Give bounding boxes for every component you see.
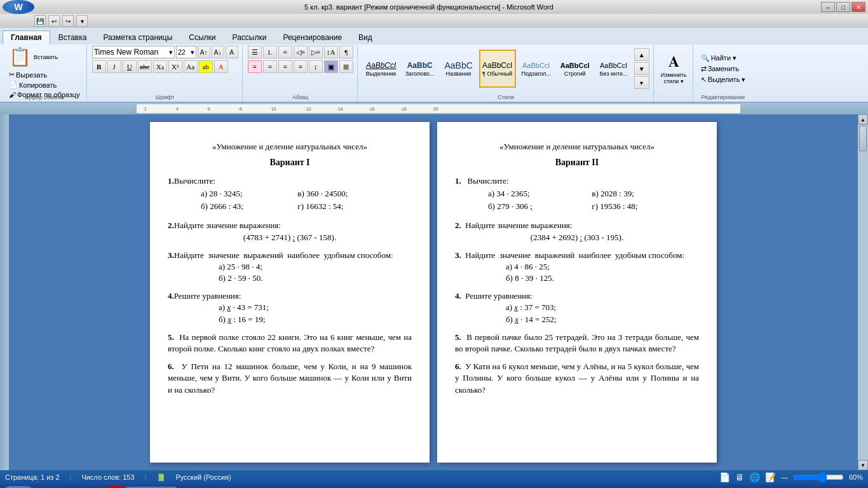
style-selection[interactable]: AaBbCcI Выделение xyxy=(363,50,400,88)
task4: 4.Решите уравнения: а) x · 43 = 731; б) … xyxy=(168,290,412,325)
vertical-scrollbar[interactable]: ▲ ▼ xyxy=(858,114,868,470)
editing-label: Редактирование xyxy=(695,94,752,100)
grow-font-button[interactable]: A↑ xyxy=(198,46,210,58)
tab-view[interactable]: Вид xyxy=(350,30,381,44)
select-button[interactable]: ↖ Выделить ▾ xyxy=(698,75,749,85)
tab-review[interactable]: Рецензирование xyxy=(275,30,350,44)
task1-header: 1.Вычислите: xyxy=(168,175,412,187)
task3: 3.Найдите значение выражений наиболее уд… xyxy=(168,250,412,285)
style-subtitle[interactable]: AaBbCcI Подзагол... xyxy=(518,50,555,88)
format-buttons-row: B I U abc X₂ X² Aa ab A xyxy=(92,60,228,73)
tab-page-layout[interactable]: Разметка страницы xyxy=(95,30,180,44)
minimize-button[interactable]: – xyxy=(821,2,835,12)
tab-insert[interactable]: Вставка xyxy=(50,30,95,44)
task1-v2: 1. Вычислите: а) 34 · 2365; в) 2028 : 39… xyxy=(455,175,699,214)
align-left-button[interactable]: ≡ xyxy=(248,60,262,73)
clear-format-button[interactable]: A xyxy=(226,46,238,58)
styles-label: Стили xyxy=(359,94,653,100)
page-count: Страница: 1 из 2 xyxy=(5,473,60,481)
superscript-button[interactable]: X² xyxy=(168,60,182,73)
replace-button[interactable]: ⇄ Заменить xyxy=(698,64,742,74)
title-bar: W 5 кл. кр3. вариант [Режим ограниченной… xyxy=(0,0,868,14)
cut-button[interactable]: ✂ Вырезать xyxy=(6,70,83,79)
spell-check-icon: 📗 xyxy=(156,473,165,482)
tab-references[interactable]: Ссылки xyxy=(180,30,224,44)
tab-mailings[interactable]: Рассылки xyxy=(224,30,275,44)
page1-variant: Вариант I xyxy=(168,156,412,169)
close-button[interactable]: ✕ xyxy=(851,2,865,12)
ribbon: Главная Вставка Разметка страницы Ссылки… xyxy=(0,28,868,103)
office-button[interactable]: W xyxy=(3,0,34,14)
undo-button[interactable]: ↩ xyxy=(48,15,60,27)
align-right-button[interactable]: ≡ xyxy=(278,60,292,73)
font-name-selector[interactable]: Times New Roman ▾ xyxy=(92,46,175,58)
bullets-button[interactable]: ☰ xyxy=(248,46,262,58)
justify-button[interactable]: ≡ xyxy=(294,60,308,73)
multilevel-list-button[interactable]: ≡ xyxy=(278,46,292,58)
line-spacing-button[interactable]: ↕ xyxy=(309,60,323,73)
quick-access-more[interactable]: ▾ xyxy=(76,15,88,27)
page-1: «Умножение и деление натуральных чисел» … xyxy=(150,122,430,463)
scroll-thumb[interactable] xyxy=(859,126,867,151)
font-color-button[interactable]: A xyxy=(214,60,228,73)
borders-button[interactable]: ⊞ xyxy=(339,60,353,73)
copy-button[interactable]: 📄 Копировать xyxy=(6,80,83,90)
ribbon-content: 📋 Вставить ✂ Вырезать 📄 Копировать 🖌 Фор… xyxy=(0,44,868,102)
text-effects-button[interactable]: Aa xyxy=(184,60,198,73)
save-quick-button[interactable]: 💾 xyxy=(34,15,46,27)
page-2: «Умножение и деление натуральных чисел» … xyxy=(437,122,717,463)
status-bar: Страница: 1 из 2 | Число слов: 153 | 📗 Р… xyxy=(0,470,868,484)
paragraph-group: ☰ 1. ≡ ◁≡ ▷≡ ↕A ¶ ≡ ≡ ≡ ≡ ↕ ▣ ⊞ xyxy=(244,44,358,102)
task2: 2.Найдите значение выражения: (4783 + 27… xyxy=(168,220,412,243)
style-normal[interactable]: AaBbCcI ¶ Обычный xyxy=(479,50,516,88)
styles-more[interactable]: ▾ xyxy=(634,76,649,89)
underline-button[interactable]: U xyxy=(123,60,137,73)
sort-button[interactable]: ↕A xyxy=(324,46,338,58)
zoom-slider[interactable] xyxy=(793,472,844,482)
view-draft-btn[interactable]: 📝 xyxy=(765,472,776,482)
ruler-container: ·2 ·4 ·6 ·8 ·10 ·12 ·14 ·16 ·18 ·20 xyxy=(0,103,868,114)
strikethrough-button[interactable]: abc xyxy=(138,60,152,73)
shading-button[interactable]: ▣ xyxy=(324,60,338,73)
redo-button[interactable]: ↪ xyxy=(62,15,74,27)
view-fullscreen-btn[interactable]: 🖥 xyxy=(735,472,744,482)
tab-home[interactable]: Главная xyxy=(3,30,50,44)
styles-scroll-up[interactable]: ▲ xyxy=(634,48,649,61)
horizontal-ruler: ·2 ·4 ·6 ·8 ·10 ·12 ·14 ·16 ·18 ·20 xyxy=(137,104,740,113)
clipboard-group: 📋 Вставить ✂ Вырезать 📄 Копировать 🖌 Фор… xyxy=(3,44,87,102)
find-button[interactable]: 🔍 Найти ▾ xyxy=(698,53,739,63)
bold-button[interactable]: B xyxy=(92,60,106,73)
italic-button[interactable]: I xyxy=(107,60,121,73)
view-print-btn[interactable]: 📄 xyxy=(719,472,730,482)
ribbon-tabs: Главная Вставка Разметка страницы Ссылки… xyxy=(0,28,868,44)
restore-button[interactable]: □ xyxy=(836,2,850,12)
styles-scroll-down[interactable]: ▼ xyxy=(634,62,649,75)
align-center-button[interactable]: ≡ xyxy=(263,60,277,73)
change-styles-button[interactable]: Изменитьстили ▾ xyxy=(661,72,687,85)
numbering-button[interactable]: 1. xyxy=(263,46,277,58)
view-web-btn[interactable]: 🌐 xyxy=(749,472,760,482)
change-styles-group: 𝐀 Изменитьстили ▾ xyxy=(655,44,693,102)
shrink-font-button[interactable]: A↓ xyxy=(212,46,224,58)
paste-button[interactable]: 📋 Вставить xyxy=(6,46,60,69)
show-formatting-button[interactable]: ¶ xyxy=(339,46,353,58)
style-no-interval[interactable]: AaBbCcI Без инте... xyxy=(595,50,632,88)
style-heading[interactable]: AaBbC Заголово... xyxy=(402,50,438,88)
page2-title: «Умножение и деление натуральных чисел» xyxy=(455,141,699,152)
font-size-selector[interactable]: 22 ▾ xyxy=(176,46,196,58)
language[interactable]: Русский (Россия) xyxy=(175,473,231,481)
style-strict[interactable]: AaBbCcI Строгий xyxy=(557,50,593,88)
increase-indent-button[interactable]: ▷≡ xyxy=(309,46,323,58)
decrease-indent-button[interactable]: ◁≡ xyxy=(294,46,308,58)
paragraph-label: Абзац xyxy=(244,94,357,100)
styles-group: AaBbCcI Выделение AaBbC Заголово... AaBb… xyxy=(359,44,654,102)
scroll-up-button[interactable]: ▲ xyxy=(858,114,868,125)
quick-access-toolbar: 💾 ↩ ↪ ▾ xyxy=(0,14,868,28)
task4-v2: 4. Решите уравнения: а) x : 37 = 703; б)… xyxy=(455,290,699,325)
style-title[interactable]: AaBbC Название xyxy=(440,50,477,88)
highlight-button[interactable]: ab xyxy=(199,60,213,73)
scroll-down-button[interactable]: ▼ xyxy=(858,460,868,470)
subscript-button[interactable]: X₂ xyxy=(153,60,167,73)
font-group: Times New Roman ▾ 22 ▾ A↑ A↓ A B I U abc xyxy=(88,44,243,102)
task5-v2: 5. В первой пачке было 25 тетрадей. Это … xyxy=(455,332,699,355)
